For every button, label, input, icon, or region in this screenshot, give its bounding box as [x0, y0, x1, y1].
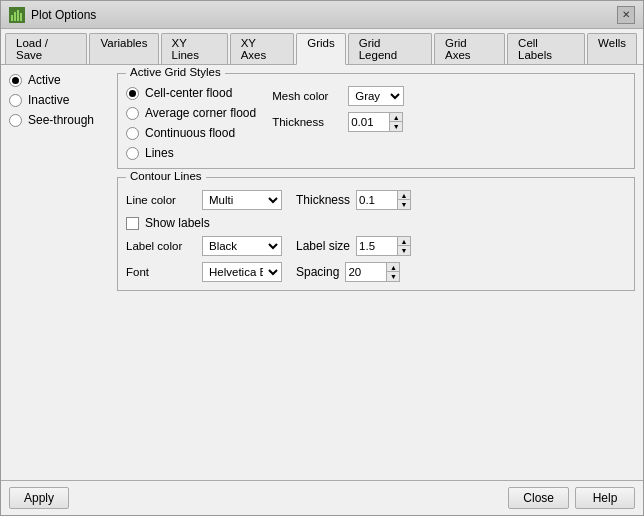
thickness-label: Thickness	[272, 116, 342, 128]
svg-rect-4	[20, 13, 22, 21]
contour-lines-title: Contour Lines	[126, 170, 206, 182]
contour-content: Line color Multi Black Red Blue Thicknes…	[126, 190, 626, 282]
line-color-select[interactable]: Multi Black Red Blue	[202, 190, 282, 210]
label-size-label: Label size	[296, 239, 350, 253]
footer: Apply Close Help	[1, 480, 643, 515]
label-color-label: Label color	[126, 240, 196, 252]
left-panel: Active Inactive See-through	[9, 73, 109, 472]
close-button-footer[interactable]: Close	[508, 487, 569, 509]
thickness-up-btn[interactable]: ▲	[390, 113, 402, 122]
font-row: Font Helvetica Bold Arial Times New Roma…	[126, 262, 626, 282]
show-labels-box	[126, 217, 139, 230]
spacing-down[interactable]: ▼	[387, 272, 399, 281]
line-color-row: Line color Multi Black Red Blue Thicknes…	[126, 190, 626, 210]
line-color-label: Line color	[126, 194, 196, 206]
close-button[interactable]: ✕	[617, 6, 635, 24]
mesh-color-label: Mesh color	[272, 90, 342, 102]
svg-rect-2	[14, 12, 16, 21]
contour-thickness-spinner: ▲ ▼	[356, 190, 411, 210]
radio-lines-circle	[126, 147, 139, 160]
radio-continuous[interactable]: Continuous flood	[126, 126, 256, 140]
radio-avg-corner-circle	[126, 107, 139, 120]
tab-xy-lines[interactable]: XY Lines	[161, 33, 228, 64]
content-area: Active Inactive See-through Active Grid …	[1, 65, 643, 480]
mesh-color-select[interactable]: Gray Black White Red Blue	[348, 86, 404, 106]
tab-grids[interactable]: Grids	[296, 33, 345, 65]
radio-avg-corner[interactable]: Average corner flood	[126, 106, 256, 120]
right-panel: Active Grid Styles Cell-center flood Ave…	[117, 73, 635, 472]
thickness-spinner-btns: ▲ ▼	[390, 112, 403, 132]
radio-cell-center-circle	[126, 87, 139, 100]
show-labels-label: Show labels	[145, 216, 210, 230]
radio-seethrough[interactable]: See-through	[9, 113, 109, 127]
radio-continuous-circle	[126, 127, 139, 140]
tab-load-save[interactable]: Load / Save	[5, 33, 87, 64]
radio-seethrough-label: See-through	[28, 113, 94, 127]
tab-grid-legend[interactable]: Grid Legend	[348, 33, 432, 64]
view-mode-group: Active Inactive See-through	[9, 73, 109, 127]
footer-left: Apply	[9, 487, 69, 509]
window-title: Plot Options	[31, 8, 96, 22]
label-size-down[interactable]: ▼	[398, 246, 410, 255]
tab-grid-axes[interactable]: Grid Axes	[434, 33, 505, 64]
radio-cell-center-label: Cell-center flood	[145, 86, 232, 100]
label-size-spinner: ▲ ▼	[356, 236, 411, 256]
mesh-controls: Mesh color Gray Black White Red Blue Thi…	[272, 86, 404, 160]
radio-active[interactable]: Active	[9, 73, 109, 87]
tab-xy-axes[interactable]: XY Axes	[230, 33, 295, 64]
show-labels-checkbox[interactable]: Show labels	[126, 216, 626, 230]
mesh-color-row: Mesh color Gray Black White Red Blue	[272, 86, 404, 106]
title-bar-left: Plot Options	[9, 7, 96, 23]
radio-active-label: Active	[28, 73, 61, 87]
active-grid-styles-title: Active Grid Styles	[126, 66, 225, 78]
radio-active-circle	[9, 74, 22, 87]
radio-avg-corner-label: Average corner flood	[145, 106, 256, 120]
thickness-row: Thickness ▲ ▼	[272, 112, 404, 132]
label-size-input[interactable]	[356, 236, 398, 256]
contour-thickness-label: Thickness	[296, 193, 350, 207]
active-grid-styles-box: Active Grid Styles Cell-center flood Ave…	[117, 73, 635, 169]
radio-inactive[interactable]: Inactive	[9, 93, 109, 107]
spacing-spinner: ▲ ▼	[345, 262, 400, 282]
font-label: Font	[126, 266, 196, 278]
contour-lines-box: Contour Lines Line color Multi Black Red…	[117, 177, 635, 291]
tab-bar: Load / Save Variables XY Lines XY Axes G…	[1, 29, 643, 65]
grid-styles-content: Cell-center flood Average corner flood C…	[126, 86, 626, 160]
thickness-spinner: ▲ ▼	[348, 112, 403, 132]
apply-button[interactable]: Apply	[9, 487, 69, 509]
spacing-input[interactable]	[345, 262, 387, 282]
font-select[interactable]: Helvetica Bold Arial Times New Roman	[202, 262, 282, 282]
help-button[interactable]: Help	[575, 487, 635, 509]
svg-rect-1	[11, 15, 13, 21]
radio-seethrough-circle	[9, 114, 22, 127]
contour-thickness-up[interactable]: ▲	[398, 191, 410, 200]
spacing-btns: ▲ ▼	[387, 262, 400, 282]
contour-thickness-btns: ▲ ▼	[398, 190, 411, 210]
tab-wells[interactable]: Wells	[587, 33, 637, 64]
contour-thickness-down[interactable]: ▼	[398, 200, 410, 209]
svg-rect-3	[17, 10, 19, 21]
thickness-down-btn[interactable]: ▼	[390, 122, 402, 131]
label-size-up[interactable]: ▲	[398, 237, 410, 246]
spacing-label: Spacing	[296, 265, 339, 279]
footer-right: Close Help	[508, 487, 635, 509]
contour-thickness-input[interactable]	[356, 190, 398, 210]
tab-variables[interactable]: Variables	[89, 33, 158, 64]
label-color-row: Label color Black White Red Blue Label s…	[126, 236, 626, 256]
plot-icon	[9, 7, 25, 23]
radio-inactive-circle	[9, 94, 22, 107]
label-size-btns: ▲ ▼	[398, 236, 411, 256]
style-radios: Cell-center flood Average corner flood C…	[126, 86, 256, 160]
radio-inactive-label: Inactive	[28, 93, 69, 107]
title-bar: Plot Options ✕	[1, 1, 643, 29]
radio-lines[interactable]: Lines	[126, 146, 256, 160]
thickness-input[interactable]	[348, 112, 390, 132]
radio-lines-label: Lines	[145, 146, 174, 160]
label-color-select[interactable]: Black White Red Blue	[202, 236, 282, 256]
radio-continuous-label: Continuous flood	[145, 126, 235, 140]
main-window: Plot Options ✕ Load / Save Variables XY …	[0, 0, 644, 516]
radio-cell-center[interactable]: Cell-center flood	[126, 86, 256, 100]
tab-cell-labels[interactable]: Cell Labels	[507, 33, 585, 64]
spacing-up[interactable]: ▲	[387, 263, 399, 272]
